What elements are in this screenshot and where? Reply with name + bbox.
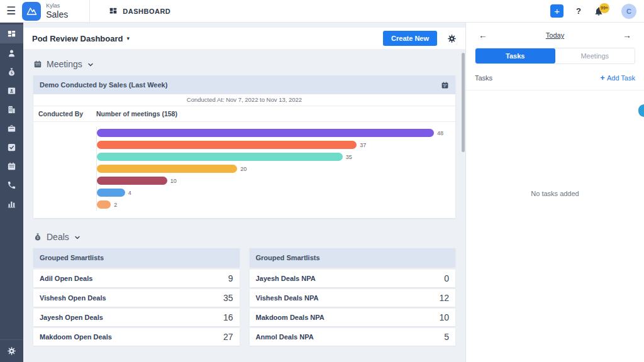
dashboard-tab-label: DASHBOARD bbox=[123, 8, 170, 15]
deals-section-header: $ Deals bbox=[33, 232, 455, 242]
user-avatar[interactable]: C bbox=[621, 4, 636, 19]
mountain-logo-icon bbox=[25, 5, 38, 18]
sidebar-item-tasks[interactable] bbox=[0, 138, 23, 156]
tab-dashboard[interactable]: DASHBOARD bbox=[109, 7, 170, 16]
date-navigation: ← Today → bbox=[466, 29, 644, 47]
smartlist-label: Vishesh Deals NPA bbox=[256, 294, 319, 302]
left-sidebar: $ bbox=[0, 23, 23, 362]
card-header: Demo Conducted by Sales (Last Week) bbox=[33, 75, 455, 94]
smartlist-count: 16 bbox=[223, 312, 233, 322]
smartlist-title: Grouped Smartlists bbox=[256, 254, 320, 261]
smartlist-row[interactable]: Adil Open Deals 9 bbox=[33, 270, 240, 287]
right-panel: ← Today → Tasks Meetings Tasks + Add Tas… bbox=[465, 23, 644, 362]
building-icon bbox=[7, 105, 16, 114]
kylas-logo[interactable] bbox=[22, 2, 41, 21]
task-check-icon bbox=[7, 143, 16, 152]
chevron-down-icon[interactable] bbox=[87, 61, 94, 69]
smartlist-count: 10 bbox=[439, 312, 449, 322]
main-content: Pod Review Dashboard ▾ Create New bbox=[23, 23, 465, 362]
calendar-filter-icon[interactable] bbox=[441, 81, 449, 89]
chevron-down-icon[interactable] bbox=[74, 234, 81, 241]
bar-row: 35 bbox=[33, 151, 455, 163]
smartlist-row[interactable]: Makdoom Deals NPA 10 bbox=[250, 309, 456, 326]
sidebar-item-meetings[interactable] bbox=[0, 156, 23, 175]
tasks-list-title: Tasks bbox=[475, 74, 492, 82]
bar[interactable] bbox=[97, 129, 434, 137]
demo-conducted-card: Demo Conducted by Sales (Last Week) Cond… bbox=[33, 75, 455, 218]
sidebar-item-settings[interactable] bbox=[0, 339, 23, 362]
panel-collapse-handle[interactable] bbox=[638, 104, 644, 117]
bar-chart-icon bbox=[7, 199, 16, 209]
smartlist-row[interactable]: Jayesh Deals NPA 0 bbox=[250, 270, 456, 287]
sidebar-item-reports[interactable] bbox=[0, 194, 23, 213]
sidebar-item-products[interactable] bbox=[0, 119, 23, 138]
dashboard-content: Meetings Demo Conducted by Sales (Last W… bbox=[23, 49, 465, 348]
bar[interactable] bbox=[97, 200, 111, 209]
next-day-arrow-icon[interactable]: → bbox=[623, 30, 631, 40]
scrollbar-thumb[interactable] bbox=[462, 53, 465, 152]
create-new-button[interactable]: Create New bbox=[383, 31, 437, 46]
bar[interactable] bbox=[97, 177, 167, 185]
bar-track: 35 bbox=[96, 151, 455, 163]
brand-name: Kylas Sales bbox=[46, 3, 68, 19]
smartlist-row[interactable]: Vishesh Deals NPA 12 bbox=[250, 289, 456, 307]
bar[interactable] bbox=[97, 165, 237, 173]
phone-icon bbox=[7, 180, 16, 190]
sidebar-item-dashboard[interactable] bbox=[0, 25, 23, 43]
bar-track: 4 bbox=[96, 187, 455, 199]
smartlist-label: Makdoom Open Deals bbox=[40, 333, 112, 341]
bar[interactable] bbox=[97, 153, 343, 161]
calendar-icon bbox=[7, 162, 16, 171]
bar-value-label: 2 bbox=[114, 202, 117, 208]
bar-track: 20 bbox=[96, 163, 455, 175]
column-conducted-by: Conducted By bbox=[38, 110, 96, 118]
tab-tasks[interactable]: Tasks bbox=[475, 48, 555, 63]
svg-text:$: $ bbox=[37, 236, 39, 239]
bar[interactable] bbox=[97, 189, 125, 197]
grouped-smartlist-deals-npa: Grouped Smartlists Jayesh Deals NPA 0 Vi… bbox=[250, 248, 456, 348]
bar-value-label: 35 bbox=[346, 154, 352, 160]
smartlist-label: Makdoom Deals NPA bbox=[256, 314, 325, 321]
sidebar-item-calls[interactable] bbox=[0, 175, 23, 194]
smartlist-count: 12 bbox=[439, 293, 449, 303]
smartlist-label: Vishesh Open Deals bbox=[40, 294, 106, 302]
add-task-button[interactable]: + Add Task bbox=[600, 73, 635, 82]
dashboard-settings-button[interactable] bbox=[447, 34, 457, 43]
sidebar-item-contacts[interactable] bbox=[0, 81, 23, 100]
date-label[interactable]: Today bbox=[546, 31, 564, 39]
dashboard-grid-icon bbox=[109, 7, 118, 16]
smartlist-header: Grouped Smartlists bbox=[250, 248, 456, 267]
bar-track: 10 bbox=[96, 175, 455, 187]
dashboard-selector[interactable]: Pod Review Dashboard ▾ bbox=[32, 34, 130, 43]
chart-date-range: Conducted At: Nov 7, 2022 to Nov 13, 202… bbox=[33, 94, 455, 106]
bar[interactable] bbox=[97, 141, 357, 149]
bar-value-label: 20 bbox=[240, 166, 247, 172]
deals-section-title: Deals bbox=[47, 232, 69, 242]
smartlist-count: 35 bbox=[223, 293, 233, 303]
brand-bottom-label: Sales bbox=[46, 9, 68, 19]
smartlist-header: Grouped Smartlists bbox=[33, 248, 240, 267]
sidebar-item-companies[interactable] bbox=[0, 100, 23, 119]
help-button[interactable]: ? bbox=[576, 6, 581, 16]
caret-down-icon: ▾ bbox=[126, 35, 130, 41]
bar-track: 37 bbox=[96, 139, 455, 151]
smartlist-row[interactable]: Makdoom Open Deals 27 bbox=[33, 328, 240, 346]
quick-add-button[interactable]: + bbox=[550, 4, 564, 18]
notification-badge: 99+ bbox=[599, 3, 609, 13]
smartlist-row[interactable]: Vishesh Open Deals 35 bbox=[33, 289, 240, 307]
smartlist-label: Anmol Deals NPA bbox=[256, 333, 314, 341]
previous-day-arrow-icon[interactable]: ← bbox=[479, 30, 487, 40]
notifications-button[interactable]: 99+ bbox=[594, 6, 604, 16]
tab-meetings[interactable]: Meetings bbox=[555, 48, 635, 63]
smartlist-title: Grouped Smartlists bbox=[40, 254, 104, 261]
chart-column-headers: Conducted By Number of meetings (158) bbox=[33, 106, 455, 122]
dashboard-grid-icon bbox=[7, 30, 16, 39]
sidebar-item-deals[interactable]: $ bbox=[0, 62, 23, 81]
hamburger-menu-icon[interactable]: ☰ bbox=[6, 4, 16, 18]
smartlist-row[interactable]: Anmol Deals NPA 5 bbox=[250, 328, 456, 346]
column-number-of-meetings: Number of meetings (158) bbox=[96, 110, 177, 118]
sidebar-item-leads[interactable] bbox=[0, 43, 23, 62]
deals-smartlist-grid: Grouped Smartlists Adil Open Deals 9 Vis… bbox=[33, 248, 455, 348]
smartlist-row[interactable]: Jayesh Open Deals 16 bbox=[33, 309, 240, 326]
bar-value-label: 10 bbox=[170, 178, 177, 184]
